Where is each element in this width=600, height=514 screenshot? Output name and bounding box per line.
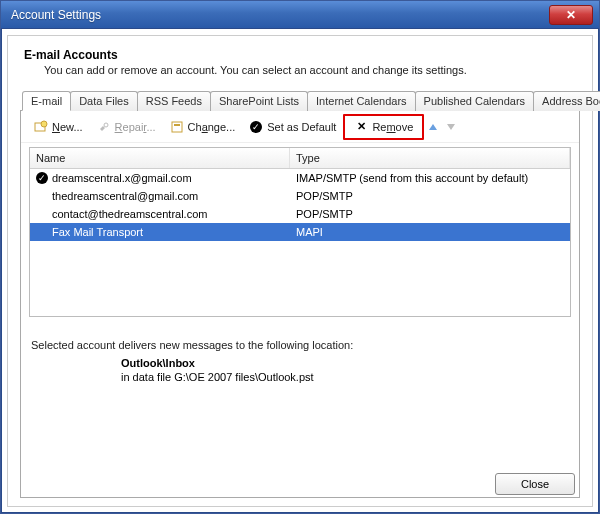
dialog-body: E-mail Accounts You can add or remove an… xyxy=(7,35,593,507)
move-down-button xyxy=(442,120,460,134)
dialog-button-bar: Close xyxy=(21,463,579,497)
titlebar: Account Settings ✕ xyxy=(1,1,599,29)
account-row[interactable]: ✓dreamscentral.x@gmail.comIMAP/SMTP (sen… xyxy=(30,169,570,187)
set-default-button[interactable]: ✓ Set as Default xyxy=(242,116,343,138)
account-settings-window: Account Settings ✕ E-mail Accounts You c… xyxy=(0,0,600,514)
default-account-icon: ✓ xyxy=(36,172,48,184)
column-name[interactable]: Name xyxy=(30,148,290,168)
tab-internet-calendars[interactable]: Internet Calendars xyxy=(307,91,416,111)
delivery-location-folder: Outlook\Inbox xyxy=(21,353,579,369)
account-row[interactable]: contact@thedreamscentral.comPOP/SMTP xyxy=(30,205,570,223)
account-rows: ✓dreamscentral.x@gmail.comIMAP/SMTP (sen… xyxy=(30,169,570,241)
tab-published-calendars[interactable]: Published Calendars xyxy=(415,91,535,111)
account-row[interactable]: Fax Mail TransportMAPI xyxy=(30,223,570,241)
account-name: thedreamscentral@gmail.com xyxy=(52,190,198,202)
remove-icon: ✕ xyxy=(354,120,368,134)
close-button[interactable]: Close xyxy=(495,473,575,495)
change-icon xyxy=(170,120,184,134)
delivery-location-intro: Selected account delivers new messages t… xyxy=(21,319,579,353)
tab-rss-feeds[interactable]: RSS Feeds xyxy=(137,91,211,111)
svg-rect-4 xyxy=(174,124,180,126)
window-title: Account Settings xyxy=(11,8,549,22)
account-type: POP/SMTP xyxy=(290,208,570,220)
new-button[interactable]: New... xyxy=(27,116,90,138)
account-name: Fax Mail Transport xyxy=(52,226,143,238)
tab-panel-email: New... Repair... Change... ✓ xyxy=(20,110,580,498)
window-close-button[interactable]: ✕ xyxy=(549,5,593,25)
account-type: POP/SMTP xyxy=(290,190,570,202)
tab-data-files[interactable]: Data Files xyxy=(70,91,138,111)
svg-rect-3 xyxy=(172,122,182,132)
svg-point-2 xyxy=(104,123,108,127)
column-type[interactable]: Type xyxy=(290,148,570,168)
accounts-list[interactable]: Name Type ✓dreamscentral.x@gmail.comIMAP… xyxy=(29,147,571,317)
account-row[interactable]: thedreamscentral@gmail.comPOP/SMTP xyxy=(30,187,570,205)
section-subtitle: You can add or remove an account. You ca… xyxy=(20,64,580,90)
account-type: MAPI xyxy=(290,226,570,238)
arrow-down-icon xyxy=(447,124,455,130)
tab-sharepoint-lists[interactable]: SharePoint Lists xyxy=(210,91,308,111)
column-headers[interactable]: Name Type xyxy=(30,148,570,169)
arrow-up-icon xyxy=(429,124,437,130)
remove-button[interactable]: ✕ Remove xyxy=(349,117,418,137)
remove-highlight: ✕ Remove xyxy=(343,114,424,140)
account-name: contact@thedreamscentral.com xyxy=(52,208,207,220)
tab-email[interactable]: E-mail xyxy=(22,91,71,111)
close-icon: ✕ xyxy=(566,8,576,22)
delivery-location-path: in data file G:\OE 2007 files\Outlook.ps… xyxy=(21,369,579,383)
account-type: IMAP/SMTP (send from this account by def… xyxy=(290,172,570,184)
move-up-button[interactable] xyxy=(424,120,442,134)
new-icon xyxy=(34,120,48,134)
svg-point-1 xyxy=(41,121,47,127)
tab-address-books[interactable]: Address Books xyxy=(533,91,600,111)
accounts-toolbar: New... Repair... Change... ✓ xyxy=(21,111,579,143)
change-button[interactable]: Change... xyxy=(163,116,243,138)
repair-button: Repair... xyxy=(90,116,163,138)
default-check-icon: ✓ xyxy=(249,120,263,134)
section-title: E-mail Accounts xyxy=(20,46,580,64)
account-name: dreamscentral.x@gmail.com xyxy=(52,172,192,184)
repair-icon xyxy=(97,120,111,134)
tab-strip: E-mail Data Files RSS Feeds SharePoint L… xyxy=(20,91,580,111)
